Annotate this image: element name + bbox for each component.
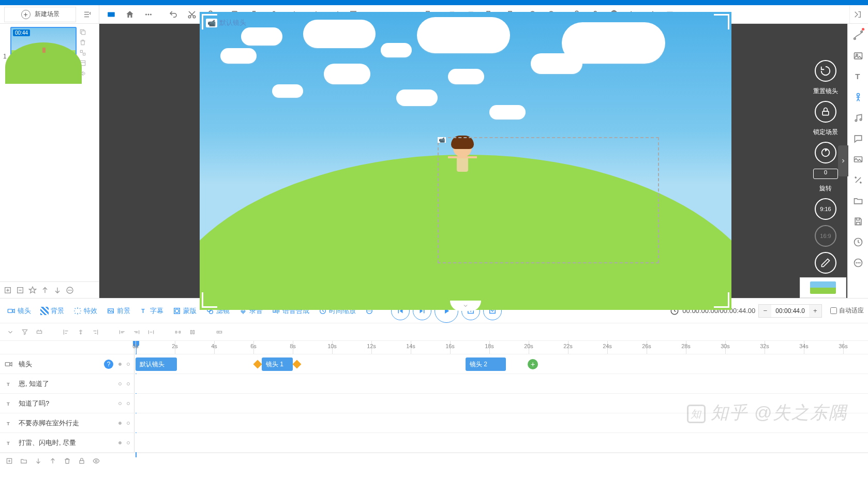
svg-rect-72 xyxy=(179,331,180,333)
fit-both-icon[interactable] xyxy=(145,326,157,338)
svg-rect-35 xyxy=(822,111,829,115)
collapse-right-icon[interactable] xyxy=(849,6,865,23)
align-l2-icon[interactable] xyxy=(60,326,72,338)
text-icon: T xyxy=(4,379,13,389)
auto-fit-input[interactable] xyxy=(830,307,837,314)
help-icon[interactable]: ? xyxy=(104,360,113,369)
clip-shot1[interactable]: 镜头 1 xyxy=(262,357,293,371)
arrow-down-icon[interactable] xyxy=(52,285,63,296)
rail-effects-icon[interactable] xyxy=(851,173,865,187)
tab-subtitle[interactable]: T字幕 xyxy=(137,304,167,318)
time-ruler[interactable]: 0s2s4s6s8s10s12s14s16s18s20s22s24s26s28s… xyxy=(134,341,868,354)
star-icon[interactable] xyxy=(27,285,38,296)
tab-effects[interactable]: 特效 xyxy=(70,304,100,318)
rotate-value-input[interactable]: 0 xyxy=(813,169,838,179)
copy-scene-icon[interactable] xyxy=(79,28,87,36)
scene-list: 1 00:44 点击添加备注信息 xyxy=(0,24,99,281)
ruler-label: 4s xyxy=(211,343,217,349)
arrow-up-icon[interactable] xyxy=(39,285,51,296)
filter-icon[interactable] xyxy=(19,326,31,338)
rail-music-icon[interactable] xyxy=(851,111,865,125)
scene-list-toggle-icon[interactable] xyxy=(80,7,95,22)
eye-icon[interactable] xyxy=(91,456,101,466)
rotate-button[interactable] xyxy=(815,142,836,163)
rail-text-icon[interactable]: T xyxy=(851,69,865,84)
svg-text:T: T xyxy=(7,401,10,406)
rail-folder-icon[interactable] xyxy=(851,193,865,208)
track-camera-content[interactable]: 默认镜头 镜头 1 镜头 2 + xyxy=(134,354,868,374)
lock-scene-button[interactable] xyxy=(815,101,836,123)
clip1-end-diamond[interactable] xyxy=(293,360,302,369)
camera-badge-icon: 📹 xyxy=(438,137,446,143)
ruler-label: 18s xyxy=(485,343,494,349)
tab-background[interactable]: 背景 xyxy=(37,304,67,318)
fit-start-icon[interactable] xyxy=(116,326,128,338)
svg-point-51 xyxy=(857,262,859,264)
rail-character-icon[interactable] xyxy=(851,90,865,105)
ripple-icon[interactable] xyxy=(213,326,226,338)
remove-icon[interactable] xyxy=(14,285,26,296)
cut-icon[interactable] xyxy=(183,6,201,23)
ratio-916-button[interactable]: 9:16 xyxy=(815,198,836,220)
snap-icon[interactable] xyxy=(33,326,46,338)
delete-scene-icon[interactable] xyxy=(79,38,87,47)
tab-mask[interactable]: 蒙版 xyxy=(170,304,200,318)
down2-icon[interactable] xyxy=(33,456,43,466)
rail-chat-icon[interactable] xyxy=(851,131,865,146)
canvas-area[interactable]: 📹 📹 默认镜头 重置镜头 锁定场景 0 旋转 9:16 16:9 xyxy=(99,24,847,298)
reset-camera-button[interactable] xyxy=(815,60,836,82)
svg-point-42 xyxy=(857,94,859,96)
svg-point-47 xyxy=(860,182,861,183)
more2-icon[interactable] xyxy=(64,285,76,296)
window-titlebar xyxy=(0,0,868,5)
more-icon[interactable] xyxy=(140,6,157,23)
lock3-icon[interactable] xyxy=(77,456,87,466)
svg-point-1 xyxy=(145,13,147,15)
key-dot-2[interactable] xyxy=(127,363,130,366)
add-track-icon[interactable] xyxy=(4,456,14,466)
key-dot[interactable] xyxy=(118,363,122,366)
clip-shot2[interactable]: 镜头 2 xyxy=(466,357,506,371)
stage[interactable]: 📹 xyxy=(200,12,731,310)
rail-image-icon[interactable] xyxy=(851,49,865,63)
rail-more-icon[interactable] xyxy=(851,256,865,270)
fit-end-icon[interactable] xyxy=(130,326,143,338)
side-rail: T xyxy=(847,24,868,298)
ratio-169-button[interactable]: 16:9 xyxy=(815,225,836,247)
rail-scene-icon[interactable] xyxy=(851,152,865,167)
edit-camera-button[interactable] xyxy=(815,252,836,274)
rail-preview-thumb[interactable] xyxy=(800,277,846,298)
svg-point-34 xyxy=(71,290,72,291)
auto-fit-checkbox[interactable]: 自动适应 xyxy=(830,306,864,315)
up2-icon[interactable] xyxy=(48,456,58,466)
zoom-plus-button[interactable]: + xyxy=(809,305,821,317)
undo-icon[interactable] xyxy=(164,6,182,23)
dist2-icon[interactable] xyxy=(172,326,184,338)
svg-point-33 xyxy=(69,290,70,291)
clip-default-shot[interactable]: 默认镜头 xyxy=(136,357,177,371)
tab-camera[interactable]: 镜头 xyxy=(4,304,34,318)
svg-rect-26 xyxy=(80,50,82,52)
zoom-minus-button[interactable]: − xyxy=(759,305,771,317)
clip1-start-diamond[interactable] xyxy=(253,360,262,369)
align-c2-icon[interactable] xyxy=(74,326,87,338)
scene-thumbnail[interactable]: 00:44 xyxy=(10,27,77,69)
delete2-icon[interactable] xyxy=(62,456,72,466)
rail-path-icon[interactable] xyxy=(851,28,865,42)
camera-selection-box[interactable]: 📹 xyxy=(438,137,659,263)
gap-icon[interactable] xyxy=(186,326,199,338)
scene-card[interactable]: 00:44 点击添加备注信息 xyxy=(10,27,77,278)
folder2-icon[interactable] xyxy=(19,456,29,466)
collapse-right-tab[interactable] xyxy=(838,145,848,176)
ruler-mode-icon[interactable] xyxy=(102,6,120,23)
home-icon[interactable] xyxy=(121,6,139,23)
tab-foreground[interactable]: 前景 xyxy=(103,304,133,318)
chevron-down2-icon[interactable] xyxy=(4,326,17,338)
add-icon[interactable] xyxy=(2,285,13,296)
rail-history-icon[interactable] xyxy=(851,235,865,249)
rail-save-icon[interactable] xyxy=(851,214,865,229)
duplicate-scene-icon[interactable] xyxy=(79,49,87,57)
align-r2-icon[interactable] xyxy=(89,326,101,338)
new-scene-button[interactable]: + 新建场景 xyxy=(4,7,76,22)
add-clip-button[interactable]: + xyxy=(528,359,538,369)
